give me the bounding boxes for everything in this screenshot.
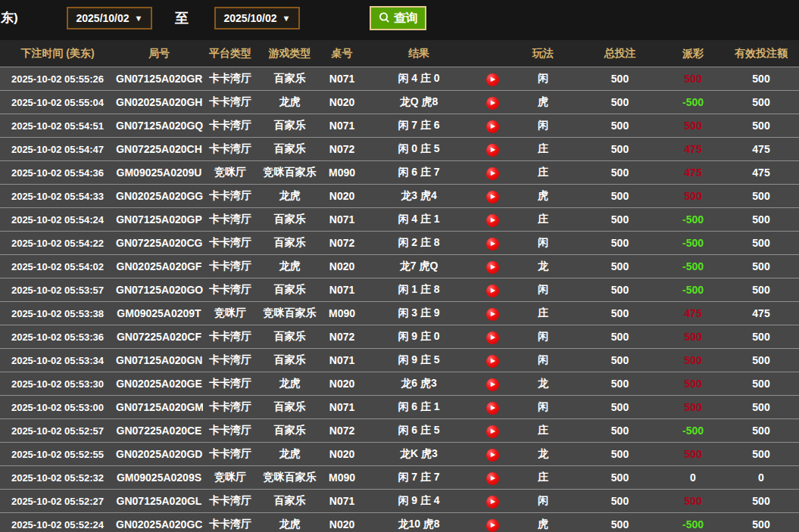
replay-play-icon[interactable]: ▶ xyxy=(486,238,499,250)
cell-replay: ▶ xyxy=(476,302,509,325)
replay-play-icon[interactable]: ▶ xyxy=(486,472,499,485)
replay-play-icon[interactable]: ▶ xyxy=(486,402,499,415)
cell-table-no: N071 xyxy=(322,396,362,419)
replay-play-icon[interactable]: ▶ xyxy=(486,285,499,297)
cell-bet-side: 龙 xyxy=(509,443,577,466)
cell-total-bet: 500 xyxy=(577,490,663,513)
play-glyph: ▶ xyxy=(491,194,495,200)
cell-platform-type: 卡卡湾厅 xyxy=(203,419,257,443)
cell-bet-side: 闲 xyxy=(509,114,577,138)
column-header-result: 结果 xyxy=(362,40,476,67)
column-header-game: 游戏类型 xyxy=(257,40,322,67)
column-header-method: 玩法 xyxy=(509,40,577,67)
cell-round-id: GN02025A020GE xyxy=(115,372,203,396)
play-glyph: ▶ xyxy=(491,264,495,270)
cell-valid-bet: 500 xyxy=(723,255,799,278)
cell-table-no: N020 xyxy=(322,513,362,532)
cell-replay: ▶ xyxy=(476,232,509,255)
cell-result: 龙K 虎3 xyxy=(362,443,476,466)
column-header-platform: 平台类型 xyxy=(203,40,257,67)
cell-payout: 500 xyxy=(663,67,723,91)
replay-play-icon[interactable]: ▶ xyxy=(486,519,499,532)
table-row: 2025-10-02 05:54:36GM09025A0209U竞咪厅竞咪百家乐… xyxy=(0,161,799,185)
cell-round-id: GN07125A020GL xyxy=(115,490,203,513)
cell-bet-side: 庄 xyxy=(509,466,577,490)
cell-result: 闲 7 庄 6 xyxy=(362,114,476,138)
replay-play-icon[interactable]: ▶ xyxy=(486,378,499,391)
cell-replay: ▶ xyxy=(476,396,509,419)
cell-payout: 475 xyxy=(663,161,723,185)
table-row: 2025-10-02 05:53:38GM09025A0209T竞咪厅竞咪百家乐… xyxy=(0,302,799,325)
table-row: 2025-10-02 05:54:51GN07125A020GQ卡卡湾厅百家乐N… xyxy=(0,114,799,138)
cell-valid-bet: 0 xyxy=(723,466,799,490)
replay-play-icon[interactable]: ▶ xyxy=(486,97,499,110)
replay-play-icon[interactable]: ▶ xyxy=(486,120,499,133)
replay-play-icon[interactable]: ▶ xyxy=(486,331,499,344)
cell-bet-side: 龙 xyxy=(509,372,577,396)
cell-game-type: 龙虎 xyxy=(257,185,322,208)
table-row: 2025-10-02 05:54:47GN07225A020CH卡卡湾厅百家乐N… xyxy=(0,138,799,161)
cell-total-bet: 500 xyxy=(577,185,663,208)
cell-game-type: 龙虎 xyxy=(257,91,322,114)
replay-play-icon[interactable]: ▶ xyxy=(486,308,499,321)
play-glyph: ▶ xyxy=(491,499,495,505)
replay-play-icon[interactable]: ▶ xyxy=(486,214,499,227)
cell-result: 闲 6 庄 5 xyxy=(362,419,476,443)
replay-play-icon[interactable]: ▶ xyxy=(486,144,499,157)
column-header-time: 下注时间 (美东) xyxy=(0,40,115,67)
cell-bet-side: 虎 xyxy=(509,185,577,208)
date-to-select[interactable]: 2025/10/02 ▼ xyxy=(214,7,300,30)
replay-play-icon[interactable]: ▶ xyxy=(486,167,499,180)
cell-valid-bet: 500 xyxy=(723,232,799,255)
cell-platform-type: 卡卡湾厅 xyxy=(203,255,257,278)
cell-replay: ▶ xyxy=(476,490,509,513)
cell-valid-bet: 475 xyxy=(723,161,799,185)
cell-platform-type: 卡卡湾厅 xyxy=(203,91,257,114)
replay-play-icon[interactable]: ▶ xyxy=(486,496,499,509)
play-glyph: ▶ xyxy=(491,241,495,247)
cell-table-no: M090 xyxy=(322,161,362,185)
cell-bet-side: 闲 xyxy=(509,278,577,302)
query-button[interactable]: 查询 xyxy=(370,6,426,30)
cell-table-no: N020 xyxy=(322,185,362,208)
cell-valid-bet: 500 xyxy=(723,208,799,232)
cell-total-bet: 500 xyxy=(577,91,663,114)
cell-result: 龙3 虎4 xyxy=(362,185,476,208)
cell-payout: -500 xyxy=(663,513,723,532)
table-row: 2025-10-02 05:53:36GN07225A020CF卡卡湾厅百家乐N… xyxy=(0,325,799,349)
replay-play-icon[interactable]: ▶ xyxy=(486,261,499,274)
date-from-select[interactable]: 2025/10/02 ▼ xyxy=(67,7,152,30)
cell-total-bet: 500 xyxy=(577,466,663,490)
column-header-play xyxy=(476,40,509,67)
cell-platform-type: 卡卡湾厅 xyxy=(203,67,257,91)
cell-replay: ▶ xyxy=(476,114,509,138)
cell-round-id: GN02025A020GH xyxy=(115,91,203,114)
cell-replay: ▶ xyxy=(476,278,509,302)
cell-valid-bet: 500 xyxy=(723,185,799,208)
cell-table-no: N020 xyxy=(322,91,362,114)
cell-platform-type: 卡卡湾厅 xyxy=(203,513,257,532)
cell-game-type: 百家乐 xyxy=(257,114,322,138)
cell-valid-bet: 500 xyxy=(723,396,799,419)
cell-bet-side: 庄 xyxy=(509,138,577,161)
cell-bet-time: 2025-10-02 05:54:24 xyxy=(0,208,115,232)
cell-platform-type: 卡卡湾厅 xyxy=(203,349,257,372)
cell-result: 闲 6 庄 7 xyxy=(362,161,476,185)
cell-round-id: GN07225A020CF xyxy=(115,325,203,349)
cell-bet-time: 2025-10-02 05:52:32 xyxy=(0,466,115,490)
replay-play-icon[interactable]: ▶ xyxy=(486,355,499,368)
replay-play-icon[interactable]: ▶ xyxy=(486,449,499,462)
header-row: 下注时间 (美东)局号平台类型游戏类型桌号结果玩法总投注派彩有效投注额 xyxy=(0,40,799,67)
table-body: 2025-10-02 05:55:26GN07125A020GR卡卡湾厅百家乐N… xyxy=(0,67,799,532)
cell-game-type: 百家乐 xyxy=(257,396,322,419)
play-glyph: ▶ xyxy=(491,311,495,317)
cell-platform-type: 卡卡湾厅 xyxy=(203,208,257,232)
cell-payout: -500 xyxy=(663,278,723,302)
replay-play-icon[interactable]: ▶ xyxy=(486,191,499,204)
play-glyph: ▶ xyxy=(491,100,495,106)
cell-round-id: GN07125A020GM xyxy=(115,396,203,419)
play-glyph: ▶ xyxy=(491,522,495,528)
replay-play-icon[interactable]: ▶ xyxy=(486,73,499,86)
replay-play-icon[interactable]: ▶ xyxy=(486,425,499,438)
cell-valid-bet: 500 xyxy=(723,91,799,114)
